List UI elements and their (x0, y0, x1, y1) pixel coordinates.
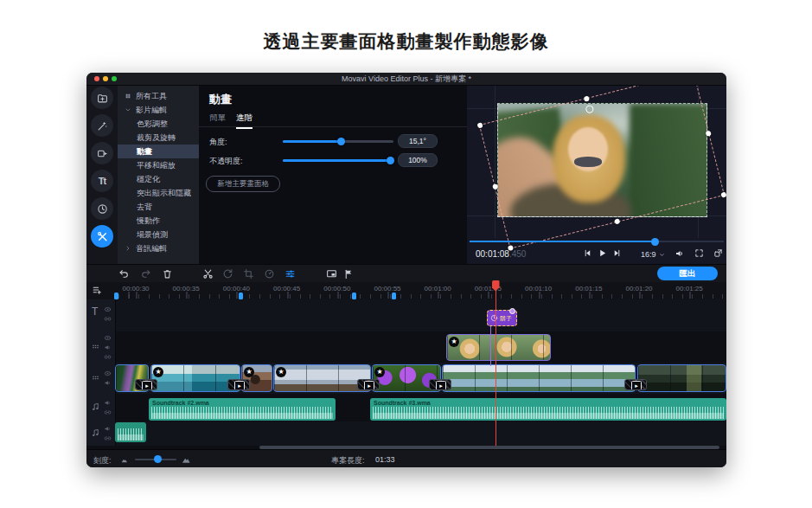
next-frame-button[interactable] (612, 248, 622, 258)
audio-clip[interactable] (115, 422, 146, 442)
timeline-marker[interactable] (352, 293, 356, 299)
keyframe-dot[interactable] (509, 308, 515, 314)
zoom-in-mountain-icon[interactable] (182, 455, 191, 465)
preview-seek-bar[interactable] (470, 241, 724, 242)
transform-handle[interactable] (584, 96, 590, 102)
timeline-ruler[interactable]: 00:00:3000:00:3500:00:4000:00:4500:00:50… (86, 282, 726, 299)
maximize-window-button[interactable] (112, 76, 117, 81)
tools-group-audio-editing[interactable]: 音訊編輯 (118, 241, 199, 255)
speaker-icon[interactable] (104, 344, 112, 351)
fullscreen-button[interactable] (694, 248, 704, 258)
titles-track[interactable] (115, 299, 726, 331)
tab-simple[interactable]: 簡單 (209, 113, 226, 127)
aspect-ratio-dropdown[interactable]: 16:9 (641, 250, 665, 259)
zoom-out-mountain-icon[interactable] (121, 457, 128, 464)
tools-all-tools[interactable]: 所有工具 (118, 89, 199, 103)
transform-handle[interactable] (614, 218, 620, 224)
transform-handle[interactable] (476, 122, 483, 128)
transform-handle[interactable] (720, 191, 726, 197)
audio-track-2[interactable] (115, 421, 726, 446)
tools-group-video-editing[interactable]: 影片編輯 (118, 103, 199, 117)
angle-slider-handle[interactable] (337, 138, 345, 145)
delete-button[interactable] (162, 268, 173, 280)
play-button[interactable] (598, 248, 607, 258)
tool-item-5[interactable]: 突出顯示和隱藏 (118, 186, 199, 200)
speaker-icon[interactable] (104, 379, 112, 387)
speaker-icon[interactable] (104, 425, 112, 433)
scrollbar-thumb[interactable] (259, 446, 719, 449)
more-tools-button[interactable] (91, 225, 113, 248)
overlay-clip[interactable]: ★ (446, 334, 551, 361)
playhead[interactable] (492, 280, 500, 291)
clock-tool-button[interactable] (91, 197, 113, 220)
video-track-header[interactable] (86, 363, 115, 394)
opacity-value[interactable]: 100% (398, 153, 438, 167)
link-icon[interactable] (104, 408, 112, 416)
transform-handle[interactable] (706, 131, 712, 137)
audio-track-1-header[interactable] (86, 394, 115, 421)
video-clip-peaks[interactable] (637, 364, 726, 392)
audio-clip[interactable]: Soundtrack #3.wma (370, 398, 726, 421)
transition-clip[interactable]: ▸ (135, 379, 157, 390)
timeline-marker[interactable] (114, 293, 118, 299)
overlay-track-header[interactable] (86, 331, 115, 363)
transform-handle[interactable] (492, 183, 498, 190)
undo-button[interactable] (118, 268, 130, 280)
redo-button[interactable] (140, 268, 151, 280)
overlay-button[interactable] (326, 268, 337, 280)
rotate-button[interactable] (222, 268, 233, 280)
split-button[interactable] (202, 268, 214, 280)
import-media-button[interactable] (91, 87, 113, 109)
audio-track-2-header[interactable] (86, 421, 115, 446)
minimize-window-button[interactable] (103, 76, 108, 81)
link-icon[interactable] (104, 434, 112, 442)
tool-item-3[interactable]: 平移和縮放 (118, 158, 199, 172)
transition-clip[interactable]: ▸ (357, 379, 380, 390)
eye-icon[interactable] (104, 334, 112, 342)
eye-icon[interactable] (104, 370, 112, 377)
detach-window-button[interactable] (713, 248, 723, 258)
titles-icon: Tt (99, 176, 105, 186)
export-button[interactable]: 匯出 (657, 267, 718, 280)
add-keyframe-button[interactable]: 新增主要畫面格 (206, 176, 280, 192)
volume-button[interactable] (675, 248, 685, 259)
clip-properties-button[interactable] (285, 268, 296, 280)
transitions-button[interactable] (91, 142, 113, 164)
crop-button[interactable] (243, 268, 254, 280)
timeline-zoom-handle[interactable] (154, 455, 162, 463)
link-icon[interactable] (104, 353, 112, 361)
transition-clip[interactable]: ▸ (624, 379, 647, 390)
add-track-button[interactable] (92, 285, 103, 296)
timeline-marker[interactable] (239, 293, 243, 299)
tool-item-7[interactable]: 慢動作 (118, 214, 199, 228)
transition-clip[interactable]: ▸ (429, 379, 451, 390)
tool-item-2[interactable]: 動畫 (118, 145, 199, 158)
eye-icon[interactable] (104, 305, 112, 313)
opacity-slider[interactable] (283, 159, 393, 162)
previous-frame-button[interactable] (583, 248, 592, 258)
sticker-clip-selected[interactable]: 鬍子 (487, 310, 517, 326)
angle-slider[interactable] (283, 140, 393, 143)
tool-item-1[interactable]: 裁剪及旋轉 (118, 131, 199, 145)
audio-clip[interactable]: Soundtrack #2.wma (149, 398, 336, 421)
filters-button[interactable] (91, 114, 113, 137)
timeline-marker[interactable] (392, 293, 396, 299)
tool-item-4[interactable]: 穩定化 (118, 172, 199, 186)
speaker-icon[interactable] (104, 399, 112, 407)
tool-item-8[interactable]: 場景偵測 (118, 228, 199, 241)
transition-clip[interactable]: ▸ (227, 379, 250, 390)
tool-item-0[interactable]: 色彩調整 (118, 117, 199, 131)
marker-button[interactable] (343, 268, 355, 280)
close-window-button[interactable] (94, 76, 99, 81)
link-icon[interactable] (104, 315, 112, 323)
tool-item-6[interactable]: 去背 (118, 200, 199, 214)
titles-track-header[interactable]: T (86, 299, 115, 331)
video-clip-lake[interactable] (442, 364, 636, 392)
titles-button[interactable]: Tt (91, 170, 113, 192)
overlay-track[interactable] (115, 331, 726, 363)
speed-button[interactable] (264, 268, 275, 280)
rotate-handle[interactable] (585, 105, 594, 114)
angle-value[interactable]: 15,1° (398, 134, 438, 148)
opacity-slider-handle[interactable] (387, 157, 394, 164)
tab-advanced[interactable]: 進階 (236, 113, 253, 129)
